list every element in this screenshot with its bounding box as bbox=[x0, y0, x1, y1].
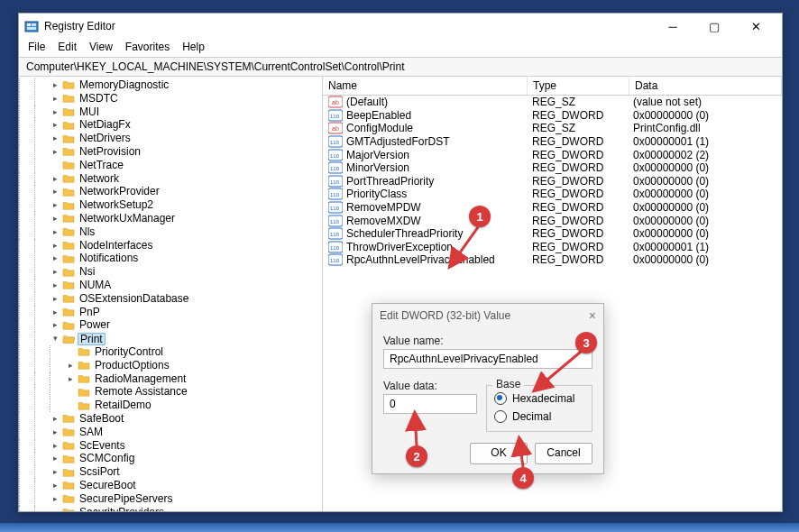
chevron-right-icon[interactable]: ▸ bbox=[50, 439, 60, 453]
chevron-right-icon[interactable]: ▸ bbox=[50, 265, 60, 279]
tree-item[interactable]: ▸NetDrivers bbox=[19, 132, 322, 145]
list-row[interactable]: PortThreadPriorityREG_DWORD0x00000000 (0… bbox=[323, 175, 782, 188]
value-data-field[interactable]: 0 bbox=[383, 394, 477, 414]
tree-item[interactable]: ▾Print bbox=[19, 332, 322, 345]
column-data[interactable]: Data bbox=[629, 77, 782, 95]
list-row[interactable]: SchedulerThreadPriorityREG_DWORD0x000000… bbox=[323, 227, 782, 241]
chevron-right-icon[interactable]: ▸ bbox=[50, 145, 60, 159]
column-name[interactable]: Name bbox=[323, 77, 528, 95]
minimize-button[interactable]: ─ bbox=[652, 14, 693, 39]
value-data: 0x00000000 (0) bbox=[628, 201, 782, 214]
chevron-right-icon[interactable]: ▸ bbox=[50, 105, 60, 119]
registry-tree[interactable]: ▸MemoryDiagnostic▸MSDTC▸MUI▸NetDiagFx▸Ne… bbox=[19, 77, 323, 511]
radio-hexadecimal[interactable]: Hexadecimal bbox=[494, 390, 584, 408]
chevron-right-icon[interactable]: ▸ bbox=[50, 225, 60, 239]
list-header[interactable]: Name Type Data bbox=[323, 77, 782, 96]
dialog-close-icon[interactable]: × bbox=[589, 308, 596, 323]
tree-item[interactable]: ▸Nsi bbox=[19, 265, 322, 279]
chevron-right-icon[interactable]: ▸ bbox=[50, 239, 60, 252]
address-bar[interactable]: Computer\HKEY_LOCAL_MACHINE\SYSTEM\Curre… bbox=[19, 58, 782, 77]
tree-item[interactable]: ▸SAM bbox=[19, 426, 322, 439]
tree-item[interactable]: ▸SecurityProviders bbox=[19, 506, 322, 512]
tree-item[interactable]: ▸NUMA bbox=[19, 279, 322, 292]
menu-edit[interactable]: Edit bbox=[58, 41, 77, 53]
list-row[interactable]: RemoveMPDWREG_DWORD0x00000000 (0) bbox=[323, 201, 782, 215]
menu-favorites[interactable]: Favorites bbox=[125, 41, 170, 53]
chevron-right-icon[interactable]: ▸ bbox=[50, 506, 60, 512]
tree-item[interactable]: ▸SecureBoot bbox=[19, 479, 322, 492]
tree-item[interactable]: ▸SafeBoot bbox=[19, 412, 322, 426]
tree-item-label: NetworkUxManager bbox=[78, 212, 177, 225]
menu-help[interactable]: Help bbox=[182, 41, 205, 53]
maximize-button[interactable]: ▢ bbox=[693, 14, 735, 39]
list-row[interactable]: RpcAuthnLevelPrivacyEnabledREG_DWORD0x00… bbox=[323, 253, 782, 267]
tree-item-label: SecurePipeServers bbox=[78, 492, 174, 506]
tree-item[interactable]: ▸MUI bbox=[19, 105, 322, 119]
tree-item[interactable]: NetTrace bbox=[19, 159, 322, 172]
tree-item[interactable]: ▸Nls bbox=[19, 225, 322, 239]
chevron-right-icon[interactable]: ▸ bbox=[50, 492, 60, 506]
tree-item[interactable]: ▸SecurePipeServers bbox=[19, 492, 322, 506]
chevron-right-icon[interactable]: ▸ bbox=[50, 452, 60, 465]
chevron-right-icon[interactable]: ▸ bbox=[50, 132, 60, 145]
tree-item[interactable]: ▸NetProvision bbox=[19, 145, 322, 159]
chevron-right-icon[interactable]: ▸ bbox=[50, 92, 60, 105]
list-row[interactable]: PriorityClassREG_DWORD0x00000000 (0) bbox=[323, 188, 782, 201]
chevron-right-icon[interactable]: ▸ bbox=[50, 198, 60, 212]
tree-item[interactable]: ▸NodeInterfaces bbox=[19, 239, 322, 252]
chevron-right-icon[interactable]: ▸ bbox=[50, 172, 60, 186]
chevron-right-icon[interactable]: ▸ bbox=[50, 78, 60, 92]
tree-item[interactable]: ▸NetDiagFx bbox=[19, 118, 322, 132]
menu-view[interactable]: View bbox=[89, 41, 113, 53]
chevron-right-icon[interactable]: ▸ bbox=[50, 252, 60, 265]
ok-button[interactable]: OK bbox=[470, 443, 528, 464]
tree-item[interactable]: ▸NetworkUxManager bbox=[19, 212, 322, 225]
close-button[interactable]: ✕ bbox=[735, 14, 776, 39]
chevron-right-icon[interactable]: ▸ bbox=[50, 279, 60, 292]
chevron-right-icon[interactable]: ▸ bbox=[50, 412, 60, 426]
chevron-right-icon[interactable]: ▸ bbox=[50, 292, 60, 306]
value-name: GMTAdjustedForDST bbox=[346, 135, 449, 148]
chevron-right-icon[interactable]: ▸ bbox=[65, 359, 76, 372]
tree-item[interactable]: ▸ScsiPort bbox=[19, 465, 322, 479]
list-row[interactable]: RemoveMXDWREG_DWORD0x00000000 (0) bbox=[323, 214, 782, 227]
tree-item[interactable]: ▸NetworkProvider bbox=[19, 185, 322, 198]
tree-item[interactable]: Remote Assistance bbox=[19, 385, 322, 399]
tree-item[interactable]: ▸NetworkSetup2 bbox=[19, 198, 322, 212]
chevron-down-icon[interactable]: ▾ bbox=[50, 332, 60, 345]
tree-item[interactable]: ▸MemoryDiagnostic bbox=[19, 78, 322, 92]
menu-file[interactable]: File bbox=[28, 41, 45, 53]
chevron-right-icon[interactable]: ▸ bbox=[50, 212, 60, 225]
tree-item[interactable]: ▸OSExtensionDatabase bbox=[19, 292, 322, 306]
chevron-right-icon[interactable]: ▸ bbox=[50, 306, 60, 319]
list-row[interactable]: MajorVersionREG_DWORD0x00000002 (2) bbox=[323, 148, 782, 161]
list-row[interactable]: (Default)REG_SZ(value not set) bbox=[323, 96, 782, 109]
tree-item[interactable]: ▸ScEvents bbox=[19, 439, 322, 453]
tree-item[interactable]: PriorityControl bbox=[19, 345, 322, 359]
chevron-right-icon[interactable]: ▸ bbox=[50, 479, 60, 492]
tree-item[interactable]: ▸ProductOptions bbox=[19, 359, 322, 372]
list-row[interactable]: ConfigModuleREG_SZPrintConfig.dll bbox=[323, 122, 782, 135]
list-row[interactable]: GMTAdjustedForDSTREG_DWORD0x00000001 (1) bbox=[323, 135, 782, 149]
chevron-right-icon[interactable]: ▸ bbox=[50, 118, 60, 132]
tree-item[interactable]: RetailDemo bbox=[19, 399, 322, 412]
tree-item[interactable]: ▸PnP bbox=[19, 306, 322, 319]
tree-item[interactable]: ▸Notifications bbox=[19, 252, 322, 265]
list-row[interactable]: ThrowDriverExceptionREG_DWORD0x00000001 … bbox=[323, 241, 782, 254]
tree-item[interactable]: ▸MSDTC bbox=[19, 92, 322, 105]
chevron-right-icon[interactable]: ▸ bbox=[65, 372, 76, 386]
column-type[interactable]: Type bbox=[528, 77, 629, 95]
tree-item[interactable]: ▸Network bbox=[19, 172, 322, 186]
radio-decimal[interactable]: Decimal bbox=[494, 408, 584, 426]
tree-item[interactable]: ▸SCMConfig bbox=[19, 452, 322, 465]
chevron-right-icon[interactable]: ▸ bbox=[50, 185, 60, 198]
value-name-field[interactable]: RpcAuthnLevelPrivacyEnabled bbox=[383, 349, 592, 369]
list-row[interactable]: BeepEnabledREG_DWORD0x00000000 (0) bbox=[323, 109, 782, 123]
chevron-right-icon[interactable]: ▸ bbox=[50, 318, 60, 332]
cancel-button[interactable]: Cancel bbox=[535, 443, 592, 464]
chevron-right-icon[interactable]: ▸ bbox=[50, 426, 60, 439]
chevron-right-icon[interactable]: ▸ bbox=[50, 465, 60, 479]
tree-item[interactable]: ▸Power bbox=[19, 318, 322, 332]
list-row[interactable]: MinorVersionREG_DWORD0x00000000 (0) bbox=[323, 161, 782, 175]
tree-item[interactable]: ▸RadioManagement bbox=[19, 372, 322, 386]
